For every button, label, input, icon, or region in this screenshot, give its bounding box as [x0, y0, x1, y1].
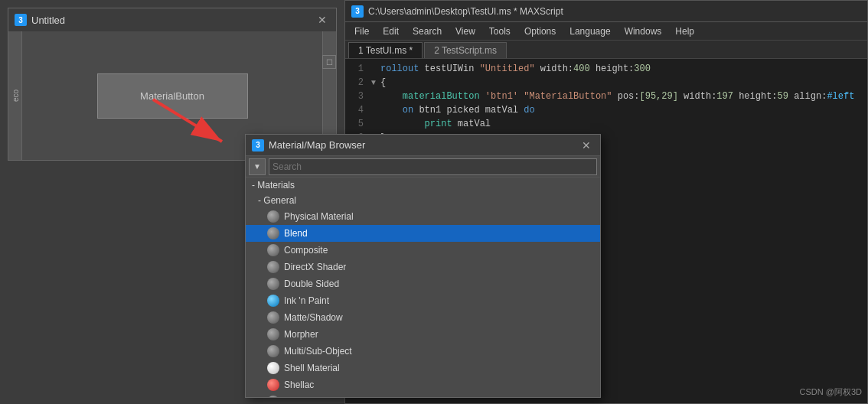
menu-view[interactable]: View: [449, 24, 481, 38]
collapse-2[interactable]: ▼: [370, 76, 380, 90]
maxscript-menubar: File Edit Search View Tools Options Lang…: [345, 22, 867, 41]
material-button-widget[interactable]: MaterialButton: [97, 73, 248, 119]
menu-file[interactable]: File: [348, 24, 375, 38]
list-item-multi-sub-object[interactable]: Multi/Sub-Object: [246, 343, 600, 360]
menu-language[interactable]: Language: [563, 24, 616, 38]
icon-matte-shadow: [267, 311, 279, 324]
code-line-5: 5 print matVal: [345, 117, 867, 131]
browser-window: 3 Material/Map Browser ✕ ▼ - Materials -…: [245, 134, 601, 398]
untitled-title: Untitled: [31, 15, 65, 26]
section-general: - General: [246, 193, 600, 208]
menu-help[interactable]: Help: [669, 24, 700, 38]
icon-double-sided: [267, 278, 279, 290]
label-morpher: Morpher: [284, 329, 318, 340]
list-item-directx-shader[interactable]: DirectX Shader: [246, 259, 600, 275]
list-item-morpher[interactable]: Morpher: [246, 326, 600, 343]
icon-composite: [267, 244, 279, 256]
list-item-physical-material[interactable]: Physical Material: [246, 208, 600, 225]
label-top-bottom: Top/Bottom: [284, 396, 331, 397]
label-shellac: Shellac: [284, 380, 314, 390]
label-blend: Blend: [284, 228, 308, 239]
list-item-blend[interactable]: Blend: [246, 225, 600, 242]
icon-physical-material: [267, 210, 279, 223]
icon-top-bottom: [267, 396, 279, 397]
list-item-shell-material[interactable]: Shell Material: [246, 360, 600, 376]
left-strip-text: eco: [11, 90, 19, 102]
icon-directx-shader: [267, 261, 279, 273]
untitled-close-button[interactable]: ✕: [315, 12, 330, 28]
section-materials: - Materials: [246, 178, 600, 193]
icon-shell-material: [267, 362, 279, 374]
browser-title-icon: 3: [252, 139, 264, 152]
line-num-2: 2: [345, 76, 370, 90]
icon-blend: [267, 227, 279, 239]
browser-titlebar: 3 Material/Map Browser ✕: [246, 135, 600, 156]
code-line-3: 3 materialButton 'btn1' "MaterialButton"…: [345, 90, 867, 103]
left-strip: eco: [8, 31, 22, 160]
line-num-5: 5: [345, 117, 370, 131]
list-item-matte-shadow[interactable]: Matte/Shadow: [246, 309, 600, 326]
icon-multi-sub-object: [267, 345, 279, 357]
search-input[interactable]: [269, 158, 597, 175]
icon-shellac: [267, 379, 279, 391]
list-item-shellac[interactable]: Shellac: [246, 376, 600, 393]
browser-title: 3 Material/Map Browser: [252, 139, 365, 152]
code-text-3: materialButton 'btn1' "MaterialButton" p…: [380, 90, 854, 103]
maxscript-title-icon: 3: [351, 5, 364, 18]
list-item-ink-n-paint[interactable]: Ink 'n Paint: [246, 292, 600, 309]
code-text-4: on btn1 picked matVal do: [380, 103, 535, 117]
browser-title-text: Material/Map Browser: [269, 139, 365, 151]
titlebar-left: 3 Untitled: [15, 14, 65, 26]
collapse-1: [370, 62, 380, 76]
untitled-titlebar: 3 Untitled ✕: [8, 8, 336, 31]
label-multi-sub-object: Multi/Sub-Object: [284, 346, 352, 357]
tab-testscript[interactable]: 2 TestScript.ms: [424, 42, 507, 58]
collapse-3: [370, 90, 380, 103]
icon-ink-n-paint: [267, 295, 279, 307]
menu-tools[interactable]: Tools: [483, 24, 517, 38]
line-num-1: 1: [345, 62, 370, 76]
code-text-2: {: [380, 76, 386, 90]
untitled-title-icon: 3: [15, 14, 27, 26]
dropdown-arrow[interactable]: ▼: [249, 158, 266, 175]
icon-morpher: [267, 328, 279, 340]
label-matte-shadow: Matte/Shadow: [284, 312, 343, 323]
code-line-4: 4 on btn1 picked matVal do: [345, 103, 867, 117]
label-physical-material: Physical Material: [284, 211, 354, 222]
collapse-5: [370, 117, 380, 131]
maxscript-titlebar: 3 C:\Users\admin\Desktop\TestUI.ms * MAX…: [345, 1, 867, 22]
collapse-4: [370, 103, 380, 117]
menu-options[interactable]: Options: [518, 24, 562, 38]
list-item-top-bottom[interactable]: Top/Bottom: [246, 393, 600, 397]
label-shell-material: Shell Material: [284, 363, 340, 373]
watermark: CSDN @阿权3D: [800, 386, 862, 398]
label-ink-n-paint: Ink 'n Paint: [284, 295, 329, 306]
line-num-3: 3: [345, 90, 370, 103]
line-num-4: 4: [345, 103, 370, 117]
code-line-2: 2 ▼ {: [345, 76, 867, 90]
list-item-composite[interactable]: Composite: [246, 242, 600, 259]
corner-check: ☐: [322, 55, 336, 69]
menu-edit[interactable]: Edit: [377, 24, 405, 38]
code-line-1: 1 rollout testUIWin "Untitled" width:400…: [345, 62, 867, 76]
list-item-double-sided[interactable]: Double Sided: [246, 275, 600, 292]
label-composite: Composite: [284, 245, 328, 256]
browser-toolbar: ▼: [246, 156, 600, 178]
menu-windows[interactable]: Windows: [618, 24, 668, 38]
tab-testui[interactable]: 1 TestUI.ms *: [348, 42, 423, 58]
label-directx-shader: DirectX Shader: [284, 262, 346, 272]
maxscript-title: 3 C:\Users\admin\Desktop\TestUI.ms * MAX…: [351, 5, 563, 18]
menu-search[interactable]: Search: [406, 24, 448, 38]
code-text-1: rollout testUIWin "Untitled" width:400 h…: [380, 62, 651, 76]
browser-close-button[interactable]: ✕: [579, 138, 594, 153]
maxscript-tabs: 1 TestUI.ms * 2 TestScript.ms: [345, 41, 867, 59]
browser-list[interactable]: - Materials - General Physical Material …: [246, 178, 600, 397]
label-double-sided: Double Sided: [284, 279, 339, 289]
maxscript-title-text: C:\Users\admin\Desktop\TestUI.ms * MAXSc…: [368, 6, 563, 17]
code-text-5: print matVal: [380, 117, 491, 131]
